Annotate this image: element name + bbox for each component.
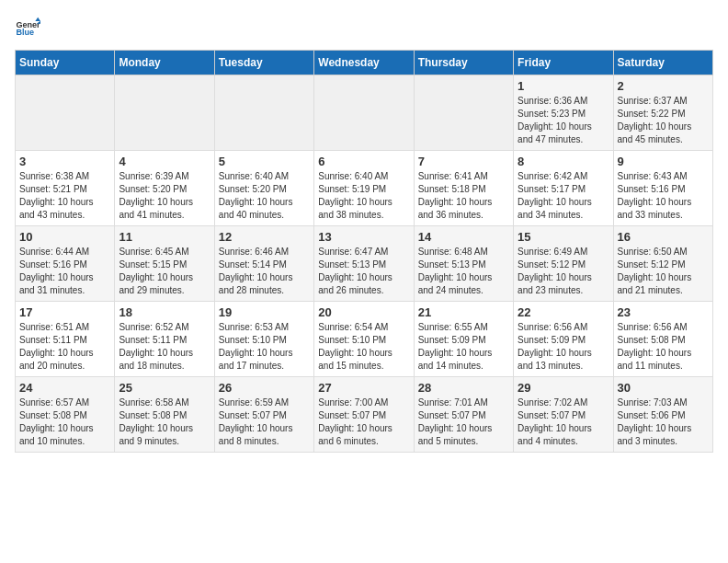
weekday-header: Saturday	[613, 51, 712, 75]
calendar-cell	[214, 75, 313, 151]
day-number: 14	[418, 230, 509, 244]
day-number: 8	[518, 155, 609, 168]
calendar-week-row: 1Sunrise: 6:36 AM Sunset: 5:23 PM Daylig…	[16, 75, 713, 151]
calendar-cell: 17Sunrise: 6:51 AM Sunset: 5:11 PM Dayli…	[16, 302, 115, 377]
day-info: Sunrise: 6:54 AM Sunset: 5:10 PM Dayligh…	[318, 321, 409, 373]
calendar-cell: 25Sunrise: 6:58 AM Sunset: 5:08 PM Dayli…	[115, 377, 214, 453]
calendar-cell: 23Sunrise: 6:56 AM Sunset: 5:08 PM Dayli…	[613, 302, 712, 377]
day-number: 23	[618, 305, 709, 319]
day-number: 9	[618, 155, 709, 168]
calendar-cell	[314, 75, 414, 151]
calendar-cell	[414, 75, 513, 151]
calendar-cell	[16, 75, 115, 151]
calendar-cell: 14Sunrise: 6:48 AM Sunset: 5:13 PM Dayli…	[414, 226, 513, 302]
day-info: Sunrise: 6:53 AM Sunset: 5:10 PM Dayligh…	[219, 321, 310, 373]
calendar-cell: 12Sunrise: 6:46 AM Sunset: 5:14 PM Dayli…	[214, 226, 313, 302]
day-info: Sunrise: 6:45 AM Sunset: 5:15 PM Dayligh…	[119, 246, 210, 297]
day-info: Sunrise: 6:40 AM Sunset: 5:20 PM Dayligh…	[219, 170, 310, 222]
calendar-body: 1Sunrise: 6:36 AM Sunset: 5:23 PM Daylig…	[16, 75, 713, 453]
day-number: 15	[518, 230, 609, 244]
day-number: 30	[618, 381, 709, 395]
logo-icon: General Blue	[15, 15, 40, 40]
calendar-cell: 29Sunrise: 7:02 AM Sunset: 5:07 PM Dayli…	[514, 377, 613, 453]
calendar-cell: 20Sunrise: 6:54 AM Sunset: 5:10 PM Dayli…	[314, 302, 414, 377]
calendar-cell: 13Sunrise: 6:47 AM Sunset: 5:13 PM Dayli…	[314, 226, 414, 302]
svg-text:Blue: Blue	[16, 28, 34, 37]
calendar-header-row: SundayMondayTuesdayWednesdayThursdayFrid…	[16, 51, 713, 75]
day-number: 21	[418, 305, 509, 319]
calendar-cell: 1Sunrise: 6:36 AM Sunset: 5:23 PM Daylig…	[514, 75, 613, 151]
day-number: 4	[119, 155, 210, 168]
day-info: Sunrise: 7:02 AM Sunset: 5:07 PM Dayligh…	[518, 396, 609, 448]
calendar-cell: 15Sunrise: 6:49 AM Sunset: 5:12 PM Dayli…	[514, 226, 613, 302]
calendar-cell: 10Sunrise: 6:44 AM Sunset: 5:16 PM Dayli…	[16, 226, 115, 302]
day-number: 22	[518, 305, 609, 319]
day-info: Sunrise: 6:57 AM Sunset: 5:08 PM Dayligh…	[19, 396, 110, 448]
calendar-cell: 9Sunrise: 6:43 AM Sunset: 5:16 PM Daylig…	[613, 151, 712, 226]
day-number: 28	[418, 381, 509, 395]
day-info: Sunrise: 7:00 AM Sunset: 5:07 PM Dayligh…	[318, 396, 409, 448]
day-number: 3	[19, 155, 110, 168]
day-number: 29	[518, 381, 609, 395]
day-info: Sunrise: 6:43 AM Sunset: 5:16 PM Dayligh…	[618, 170, 709, 222]
weekday-header: Sunday	[16, 51, 115, 75]
calendar-cell: 11Sunrise: 6:45 AM Sunset: 5:15 PM Dayli…	[115, 226, 214, 302]
day-info: Sunrise: 7:01 AM Sunset: 5:07 PM Dayligh…	[418, 396, 509, 448]
day-number: 12	[219, 230, 310, 244]
calendar-cell: 30Sunrise: 7:03 AM Sunset: 5:06 PM Dayli…	[613, 377, 712, 453]
calendar-cell: 28Sunrise: 7:01 AM Sunset: 5:07 PM Dayli…	[414, 377, 513, 453]
calendar-cell: 21Sunrise: 6:55 AM Sunset: 5:09 PM Dayli…	[414, 302, 513, 377]
day-number: 2	[618, 79, 709, 93]
day-number: 18	[119, 305, 210, 319]
day-info: Sunrise: 6:39 AM Sunset: 5:20 PM Dayligh…	[119, 170, 210, 222]
calendar-cell: 26Sunrise: 6:59 AM Sunset: 5:07 PM Dayli…	[214, 377, 313, 453]
calendar-cell: 5Sunrise: 6:40 AM Sunset: 5:20 PM Daylig…	[214, 151, 313, 226]
day-info: Sunrise: 6:48 AM Sunset: 5:13 PM Dayligh…	[418, 246, 509, 297]
day-info: Sunrise: 6:37 AM Sunset: 5:22 PM Dayligh…	[618, 95, 709, 146]
day-number: 20	[318, 305, 409, 319]
weekday-header: Wednesday	[314, 51, 414, 75]
day-number: 25	[119, 381, 210, 395]
day-info: Sunrise: 6:56 AM Sunset: 5:09 PM Dayligh…	[518, 321, 609, 373]
day-number: 19	[219, 305, 310, 319]
day-info: Sunrise: 6:42 AM Sunset: 5:17 PM Dayligh…	[518, 170, 609, 222]
day-info: Sunrise: 6:47 AM Sunset: 5:13 PM Dayligh…	[318, 246, 409, 297]
weekday-header: Friday	[514, 51, 613, 75]
calendar-cell: 6Sunrise: 6:40 AM Sunset: 5:19 PM Daylig…	[314, 151, 414, 226]
day-number: 16	[618, 230, 709, 244]
calendar-cell: 2Sunrise: 6:37 AM Sunset: 5:22 PM Daylig…	[613, 75, 712, 151]
day-info: Sunrise: 6:44 AM Sunset: 5:16 PM Dayligh…	[19, 246, 110, 297]
day-number: 24	[19, 381, 110, 395]
day-number: 1	[518, 79, 609, 93]
calendar-week-row: 24Sunrise: 6:57 AM Sunset: 5:08 PM Dayli…	[16, 377, 713, 453]
day-number: 5	[219, 155, 310, 168]
calendar-cell: 16Sunrise: 6:50 AM Sunset: 5:12 PM Dayli…	[613, 226, 712, 302]
calendar-cell: 18Sunrise: 6:52 AM Sunset: 5:11 PM Dayli…	[115, 302, 214, 377]
header: General Blue	[15, 15, 713, 40]
day-info: Sunrise: 6:58 AM Sunset: 5:08 PM Dayligh…	[119, 396, 210, 448]
day-info: Sunrise: 6:49 AM Sunset: 5:12 PM Dayligh…	[518, 246, 609, 297]
day-number: 27	[318, 381, 409, 395]
day-number: 26	[219, 381, 310, 395]
logo: General Blue	[15, 15, 40, 40]
calendar-week-row: 17Sunrise: 6:51 AM Sunset: 5:11 PM Dayli…	[16, 302, 713, 377]
day-info: Sunrise: 6:51 AM Sunset: 5:11 PM Dayligh…	[19, 321, 110, 373]
calendar-cell: 22Sunrise: 6:56 AM Sunset: 5:09 PM Dayli…	[514, 302, 613, 377]
svg-marker-2	[35, 17, 40, 21]
calendar-cell: 19Sunrise: 6:53 AM Sunset: 5:10 PM Dayli…	[214, 302, 313, 377]
day-number: 11	[119, 230, 210, 244]
day-info: Sunrise: 6:41 AM Sunset: 5:18 PM Dayligh…	[418, 170, 509, 222]
day-info: Sunrise: 6:52 AM Sunset: 5:11 PM Dayligh…	[119, 321, 210, 373]
calendar-cell: 24Sunrise: 6:57 AM Sunset: 5:08 PM Dayli…	[16, 377, 115, 453]
calendar-cell: 8Sunrise: 6:42 AM Sunset: 5:17 PM Daylig…	[514, 151, 613, 226]
day-number: 13	[318, 230, 409, 244]
day-info: Sunrise: 6:40 AM Sunset: 5:19 PM Dayligh…	[318, 170, 409, 222]
day-info: Sunrise: 6:56 AM Sunset: 5:08 PM Dayligh…	[618, 321, 709, 373]
weekday-header: Monday	[115, 51, 214, 75]
calendar-week-row: 10Sunrise: 6:44 AM Sunset: 5:16 PM Dayli…	[16, 226, 713, 302]
day-info: Sunrise: 6:36 AM Sunset: 5:23 PM Dayligh…	[518, 95, 609, 146]
day-info: Sunrise: 6:38 AM Sunset: 5:21 PM Dayligh…	[19, 170, 110, 222]
calendar-cell	[115, 75, 214, 151]
day-info: Sunrise: 6:46 AM Sunset: 5:14 PM Dayligh…	[219, 246, 310, 297]
day-number: 7	[418, 155, 509, 168]
